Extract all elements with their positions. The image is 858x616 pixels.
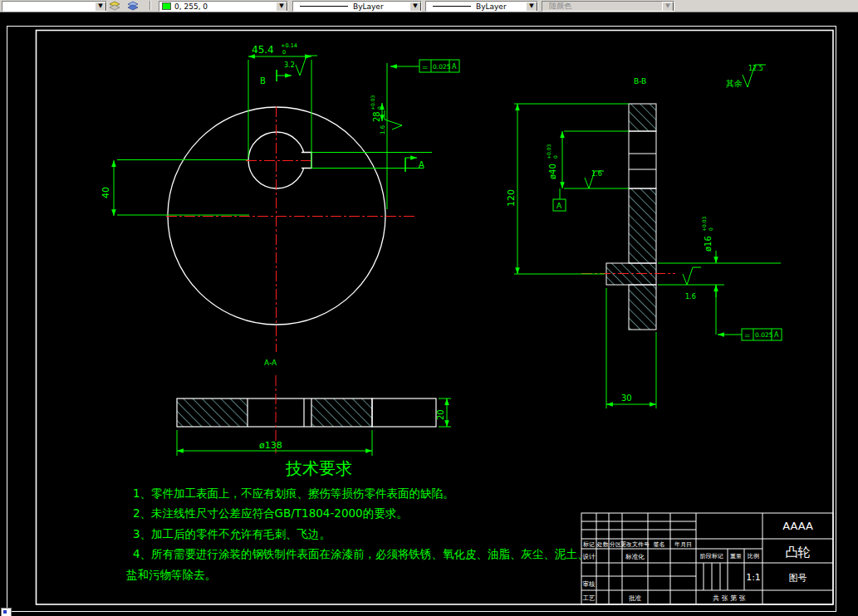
tb-company: AAAA — [782, 520, 813, 532]
cad-application-window: ▼ 0, 255, 0 ▼ ByLayer ▼ ByLaye — [0, 0, 858, 616]
others-roughness-label: 其余 — [726, 79, 743, 88]
status-bar-icon — [1, 608, 12, 616]
dim-bore-value: ø40 — [548, 164, 557, 179]
dim-boss-tol-hi: +0.03 — [701, 216, 707, 232]
tb-part-name: 凸轮 — [786, 545, 811, 560]
bottom-section-view: A-A ø138 20 — [177, 359, 451, 456]
others-roughness-value: 12.5 — [748, 65, 763, 72]
tech-req-line: 3、加工后的零件不允许有毛刺、飞边。 — [133, 527, 331, 540]
tb-stage-label: 阶段标记 — [700, 553, 723, 560]
dim-boss-tol-lo: 0 — [708, 227, 713, 231]
drawing-canvas: 45.4 +0.14 0 3.2 40 28 +0.03 0 1.6 B A =… — [0, 0, 858, 616]
side-fcf-symbol: = — [744, 331, 751, 340]
roughness-keyway-value: 3.2 — [284, 61, 295, 69]
tb-scale-value: 1:1 — [746, 572, 761, 583]
roughness-key-value: 1.6 — [685, 293, 696, 301]
dim-bore-tol-hi: +0.03 — [546, 144, 552, 159]
dim-thickness-value: 20 — [436, 409, 445, 420]
tech-req-line: 4、所有需要进行涂装的钢铁制件表面在涂漆前，必须将铁锈、氧化皮、油脂、灰尘、泥土… — [133, 547, 589, 560]
tech-req-line: 盐和污物等除去。 — [126, 568, 216, 581]
front-view: 45.4 +0.14 0 3.2 40 28 +0.03 0 1.6 B A =… — [101, 42, 459, 352]
tb-weight-label: 重量 — [730, 553, 742, 560]
side-hatched-blocks — [606, 104, 656, 330]
tb-header-mark: 标记 — [582, 541, 595, 548]
tech-req-line: 1、零件加工表面上，不应有划痕、擦伤等损伤零件表面的缺陷。 — [133, 486, 454, 500]
tb-row-standardization: 标准化 — [625, 553, 645, 560]
tb-scale-label: 比例 — [748, 553, 759, 560]
dim-height-value: 120 — [506, 189, 517, 207]
side-fcf-datum: A — [774, 331, 779, 339]
dim-key-tol-hi: +0.03 — [370, 95, 375, 110]
section-arrow-b-label: B — [260, 76, 266, 86]
dim-keyway-width-value: 45.4 — [252, 44, 274, 56]
dim-offset-value: 40 — [101, 187, 111, 198]
side-fcf-value: 0.025 — [755, 331, 773, 339]
bottom-section-label: A-A — [264, 359, 277, 367]
section-arrow-a-label: A — [419, 160, 424, 169]
tb-row-process: 工艺 — [583, 594, 596, 602]
dim-boss-value: ø16 — [704, 236, 713, 252]
technical-requirements: 技术要求 1、零件加工表面上，不应有划痕、擦伤等损伤零件表面的缺陷。 2、未注线… — [126, 458, 589, 581]
tech-req-title: 技术要求 — [285, 458, 352, 478]
centerlines-front — [166, 106, 415, 352]
slab-hatch-right — [311, 398, 372, 427]
front-dimension-lines — [114, 56, 432, 216]
roughness-icon — [683, 267, 701, 285]
tb-header-change-file: 更改文件号 — [620, 540, 650, 548]
dim-key-tol-lo: 0 — [376, 106, 382, 110]
tb-sheet-note: 共 张 第 张 — [713, 594, 746, 602]
tb-row-check: 审核 — [583, 580, 596, 588]
dim-width-value: 30 — [621, 394, 632, 403]
tb-header-count: 处数 — [597, 541, 610, 548]
title-block: 标记 处数 分区 更改文件号 签名 年月日 设计 标准化 审核 工艺 批准 阶段… — [581, 513, 833, 604]
dim-bore-tol-lo: 0 — [552, 155, 558, 159]
dim-keyway-width-tol-lo: 0 — [282, 49, 286, 56]
side-section-view: B-B 其余 12.5 120 ø40 +0.03 0 ø16 +0.03 0 … — [506, 65, 782, 408]
dim-key-value: 28 — [372, 111, 381, 122]
front-fcf-value: 0.025 — [433, 63, 451, 71]
front-fcf-symbol: = — [422, 63, 429, 71]
tb-header-sign: 签名 — [654, 541, 665, 548]
tb-header-zone: 分区 — [609, 541, 621, 548]
sheet-border — [7, 27, 836, 612]
tb-row-design: 设计 — [583, 553, 596, 560]
tb-header-date: 年月日 — [674, 541, 692, 548]
roughness-icon — [296, 56, 317, 76]
side-bore-outline — [629, 131, 656, 188]
roughness-side-value: 1.6 — [380, 125, 386, 134]
front-fcf-datum: A — [452, 63, 457, 71]
slab-hatch-left — [177, 398, 248, 427]
datum-a-label: A — [556, 202, 562, 210]
dim-diameter-value: ø138 — [259, 440, 282, 451]
tb-row-approve: 批准 — [629, 594, 642, 602]
roughness-bore-value: 1.6 — [591, 170, 602, 178]
side-section-label: B-B — [634, 77, 646, 86]
tech-req-line: 2、未注线性尺寸公差应符合GB/T1804-2000的要求。 — [133, 506, 408, 520]
dim-keyway-width-tol-hi: +0.14 — [281, 42, 297, 49]
tb-drawing-no: 图号 — [789, 573, 807, 584]
